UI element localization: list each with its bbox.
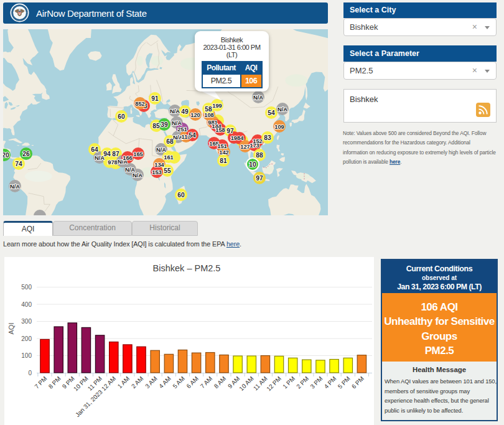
svg-text:AQI: AQI	[7, 323, 15, 335]
svg-text:0: 0	[28, 370, 32, 376]
svg-text:199: 199	[212, 103, 222, 109]
svg-text:N/A: N/A	[156, 147, 166, 153]
svg-text:88: 88	[256, 152, 263, 159]
svg-text:1984: 1984	[231, 135, 245, 141]
svg-text:165: 165	[133, 151, 143, 157]
svg-text:400: 400	[21, 301, 32, 308]
svg-text:87: 87	[112, 151, 119, 157]
svg-text:39: 39	[161, 121, 168, 128]
svg-text:152: 152	[253, 138, 263, 144]
svg-text:120: 120	[190, 112, 200, 118]
svg-text:54: 54	[268, 110, 275, 116]
svg-text:60: 60	[118, 113, 125, 120]
svg-text:978: 978	[108, 159, 118, 166]
svg-text:N/A: N/A	[172, 120, 182, 126]
svg-text:161: 161	[164, 154, 174, 161]
svg-text:10: 10	[249, 161, 256, 168]
svg-text:68: 68	[166, 138, 174, 145]
svg-text:108: 108	[204, 112, 214, 118]
svg-text:60: 60	[177, 192, 185, 198]
svg-text:81: 81	[220, 157, 227, 164]
svg-text:151: 151	[217, 143, 227, 149]
svg-text:153: 153	[152, 169, 162, 175]
svg-text:97: 97	[226, 128, 234, 134]
svg-text:74: 74	[15, 161, 22, 167]
svg-text:109: 109	[274, 124, 284, 130]
svg-text:91: 91	[151, 95, 159, 102]
svg-text:500: 500	[21, 284, 32, 291]
svg-text:300: 300	[21, 318, 32, 325]
svg-text:58: 58	[205, 106, 212, 113]
svg-text:49: 49	[181, 108, 189, 115]
svg-text:Bishkek – PM2.5: Bishkek – PM2.5	[153, 263, 221, 273]
svg-text:158: 158	[215, 127, 225, 133]
svg-text:55: 55	[164, 167, 171, 174]
svg-text:N/A: N/A	[10, 184, 20, 190]
svg-text:142: 142	[219, 149, 229, 156]
svg-text:134: 134	[154, 162, 164, 168]
svg-text:N/A: N/A	[170, 108, 180, 114]
svg-text:N/A: N/A	[278, 106, 287, 113]
svg-text:54: 54	[189, 132, 196, 139]
svg-text:85: 85	[152, 123, 160, 129]
svg-text:64: 64	[91, 146, 98, 153]
svg-text:N/A: N/A	[253, 95, 263, 101]
svg-text:127: 127	[240, 144, 250, 150]
svg-text:83: 83	[264, 134, 271, 141]
svg-text:N/A: N/A	[133, 172, 142, 179]
svg-text:251: 251	[177, 126, 187, 133]
svg-text:97: 97	[256, 175, 263, 182]
svg-text:20: 20	[3, 152, 9, 159]
svg-text:94: 94	[103, 151, 111, 157]
svg-text:852: 852	[135, 101, 145, 107]
svg-text:100: 100	[21, 352, 32, 359]
svg-text:200: 200	[21, 335, 32, 342]
svg-text:26: 26	[22, 151, 30, 157]
svg-text:166: 166	[123, 155, 133, 161]
